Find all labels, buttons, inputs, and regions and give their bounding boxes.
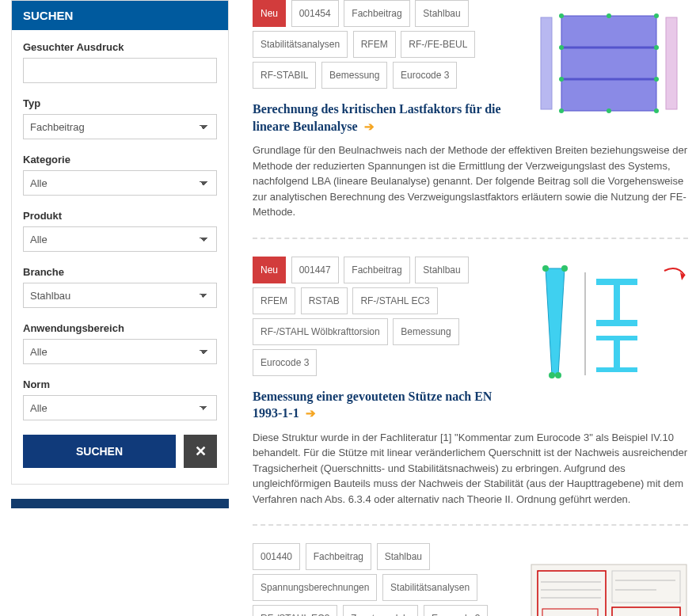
type-select[interactable]: Fachbeitrag bbox=[23, 114, 217, 139]
product-label: Produkt bbox=[23, 210, 217, 222]
reset-button[interactable]: ✕ bbox=[184, 435, 217, 468]
svg-rect-20 bbox=[596, 279, 637, 285]
svg-point-7 bbox=[654, 13, 659, 18]
tag[interactable]: Eurocode 3 bbox=[253, 349, 317, 376]
category-select[interactable]: Alle bbox=[23, 170, 217, 196]
result-item: Neu 001454 Fachbeitrag Stahlbau Stabilit… bbox=[253, 0, 688, 238]
product-select[interactable]: Alle bbox=[23, 226, 217, 252]
tag[interactable]: 001454 bbox=[291, 0, 339, 27]
scope-select[interactable]: Alle bbox=[23, 339, 217, 364]
arrow-right-icon: ➔ bbox=[364, 120, 375, 133]
tag[interactable]: Stahlbau bbox=[415, 257, 468, 283]
tag[interactable]: Stabilitätsanalysen bbox=[253, 31, 348, 58]
result-title-text: Bemessung einer gevouteten Stütze nach E… bbox=[253, 390, 492, 420]
expression-label: Gesuchter Ausdruck bbox=[23, 41, 217, 53]
tag[interactable]: Zusatzmodule bbox=[343, 605, 418, 616]
category-label: Kategorie bbox=[23, 154, 217, 165]
tag[interactable]: RF-/FE-BEUL bbox=[401, 31, 475, 58]
svg-rect-0 bbox=[561, 16, 656, 111]
search-panel-header: SUCHEN bbox=[12, 1, 228, 30]
tag[interactable]: Eurocode 3 bbox=[424, 605, 488, 616]
svg-marker-15 bbox=[546, 268, 565, 375]
tag[interactable]: RF-/STAHL Wölbkrafttorsion bbox=[253, 318, 388, 345]
divider bbox=[253, 524, 688, 526]
svg-rect-4 bbox=[666, 17, 677, 109]
result-description: Diese Struktur wurde in der Fachliteratu… bbox=[253, 430, 688, 508]
result-title-text: Berechnung des kritischen Lastfaktors fü… bbox=[253, 102, 501, 133]
divider bbox=[253, 238, 688, 239]
tag[interactable]: Eurocode 3 bbox=[393, 62, 457, 89]
svg-point-13 bbox=[559, 77, 564, 82]
norm-select[interactable]: Alle bbox=[23, 395, 217, 420]
svg-point-11 bbox=[559, 45, 564, 50]
tag[interactable]: RFEM bbox=[353, 31, 396, 58]
tag[interactable]: RF-/STAHL EC3 bbox=[253, 605, 337, 616]
tag[interactable]: Stahlbau bbox=[377, 543, 430, 570]
tag[interactable]: Spannungsberechnungen bbox=[253, 574, 377, 601]
type-label: Typ bbox=[23, 97, 217, 109]
result-thumbnail[interactable] bbox=[530, 257, 688, 383]
tag-list: Neu 001447 Fachbeitrag Stahlbau RFEM RST… bbox=[253, 257, 517, 380]
tag-list: 001440 Fachbeitrag Stahlbau Spannungsber… bbox=[253, 543, 517, 616]
tag[interactable]: Bemessung bbox=[393, 318, 458, 345]
svg-rect-23 bbox=[596, 336, 637, 340]
svg-point-9 bbox=[607, 108, 611, 113]
search-button[interactable]: SUCHEN bbox=[23, 435, 176, 468]
search-panel: SUCHEN Gesuchter Ausdruck Typ Fachbeitra… bbox=[11, 0, 229, 485]
results-list: Neu 001454 Fachbeitrag Stahlbau Stabilit… bbox=[237, 0, 696, 616]
tag-neu[interactable]: Neu bbox=[253, 0, 286, 27]
svg-rect-3 bbox=[541, 17, 552, 109]
tag[interactable]: Stabilitätsanalysen bbox=[382, 574, 477, 601]
result-thumbnail[interactable] bbox=[530, 543, 688, 616]
tag[interactable]: RFEM bbox=[253, 287, 295, 314]
norm-label: Norm bbox=[23, 378, 217, 390]
scope-label: Anwendungsbereich bbox=[23, 322, 217, 334]
svg-rect-24 bbox=[614, 340, 620, 367]
tag[interactable]: 001440 bbox=[253, 543, 300, 570]
tag[interactable]: 001447 bbox=[291, 257, 339, 283]
tag[interactable]: RF-STABIL bbox=[253, 62, 316, 89]
svg-point-8 bbox=[559, 108, 564, 113]
svg-point-12 bbox=[654, 45, 659, 50]
tag[interactable]: Fachbeitrag bbox=[344, 0, 409, 27]
svg-point-17 bbox=[561, 265, 568, 272]
result-item: 001440 Fachbeitrag Stahlbau Spannungsber… bbox=[253, 543, 688, 616]
tag[interactable]: Stahlbau bbox=[415, 0, 468, 27]
svg-point-16 bbox=[542, 265, 549, 272]
tag[interactable]: Fachbeitrag bbox=[344, 257, 409, 283]
close-icon: ✕ bbox=[195, 443, 207, 459]
result-item: Neu 001447 Fachbeitrag Stahlbau RFEM RST… bbox=[253, 257, 688, 525]
result-title[interactable]: Bemessung einer gevouteten Stütze nach E… bbox=[253, 388, 517, 422]
result-thumbnail[interactable] bbox=[530, 0, 688, 127]
tag-list: Neu 001454 Fachbeitrag Stahlbau Stabilit… bbox=[253, 0, 517, 93]
tag[interactable]: RF-/STAHL EC3 bbox=[352, 287, 437, 314]
expression-input[interactable] bbox=[23, 58, 217, 83]
tag[interactable]: Bemessung bbox=[321, 62, 387, 89]
result-description: Grundlage für den Beulnachweis nach der … bbox=[253, 143, 688, 220]
svg-point-5 bbox=[559, 13, 564, 18]
tag-neu[interactable]: Neu bbox=[253, 257, 286, 283]
svg-point-18 bbox=[549, 372, 555, 378]
arrow-right-icon: ➔ bbox=[306, 407, 316, 420]
svg-point-10 bbox=[654, 108, 659, 113]
svg-rect-22 bbox=[596, 320, 637, 326]
svg-rect-21 bbox=[614, 285, 620, 320]
svg-rect-25 bbox=[596, 367, 637, 372]
industry-select[interactable]: Stahlbau bbox=[23, 283, 217, 308]
tag[interactable]: RSTAB bbox=[301, 287, 348, 314]
svg-point-6 bbox=[607, 13, 611, 18]
result-title[interactable]: Berechnung des kritischen Lastfaktors fü… bbox=[253, 101, 517, 135]
svg-point-19 bbox=[555, 372, 561, 378]
svg-point-14 bbox=[654, 77, 659, 82]
industry-label: Branche bbox=[23, 266, 217, 278]
tag[interactable]: Fachbeitrag bbox=[306, 543, 371, 570]
footer-bar bbox=[11, 499, 229, 508]
